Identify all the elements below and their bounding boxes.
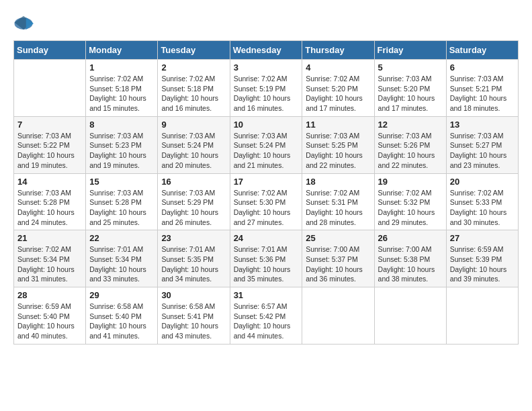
calendar-cell: 8Sunrise: 7:03 AMSunset: 5:23 PMDaylight…: [86, 116, 158, 173]
header-friday: Friday: [374, 41, 446, 60]
day-info: Sunrise: 7:02 AMSunset: 5:20 PMDaylight:…: [306, 74, 370, 113]
day-number: 3: [234, 62, 299, 73]
calendar-week-5: 28Sunrise: 6:59 AMSunset: 5:40 PMDayligh…: [14, 287, 519, 345]
day-info: Sunrise: 7:02 AMSunset: 5:34 PMDaylight:…: [17, 244, 82, 284]
calendar-cell: [302, 287, 374, 345]
day-number: 27: [450, 233, 515, 243]
day-info: Sunrise: 7:03 AMSunset: 5:21 PMDaylight:…: [450, 74, 515, 113]
day-number: 7: [17, 120, 82, 130]
calendar-week-2: 7Sunrise: 7:03 AMSunset: 5:22 PMDaylight…: [14, 116, 519, 173]
calendar-cell: 17Sunrise: 7:02 AMSunset: 5:30 PMDayligh…: [230, 173, 302, 230]
calendar-cell: 7Sunrise: 7:03 AMSunset: 5:22 PMDaylight…: [14, 116, 86, 173]
day-info: Sunrise: 7:02 AMSunset: 5:33 PMDaylight:…: [450, 188, 515, 228]
day-info: Sunrise: 7:01 AMSunset: 5:36 PMDaylight:…: [234, 244, 299, 284]
day-info: Sunrise: 7:02 AMSunset: 5:19 PMDaylight:…: [234, 74, 299, 113]
day-number: 9: [161, 120, 226, 130]
calendar-cell: 10Sunrise: 7:03 AMSunset: 5:24 PMDayligh…: [230, 116, 302, 173]
calendar-cell: 16Sunrise: 7:03 AMSunset: 5:29 PMDayligh…: [158, 173, 230, 230]
day-number: 26: [378, 233, 443, 243]
day-info: Sunrise: 7:03 AMSunset: 5:22 PMDaylight:…: [17, 131, 82, 171]
calendar-cell: 25Sunrise: 7:00 AMSunset: 5:37 PMDayligh…: [302, 230, 374, 287]
header-tuesday: Tuesday: [158, 41, 230, 60]
calendar-cell: 27Sunrise: 6:59 AMSunset: 5:39 PMDayligh…: [446, 230, 518, 287]
day-number: 22: [89, 233, 154, 243]
day-number: 16: [161, 177, 226, 187]
day-number: 21: [17, 233, 82, 243]
calendar-header-row: SundayMondayTuesdayWednesdayThursdayFrid…: [14, 41, 519, 60]
day-number: 15: [89, 177, 154, 187]
calendar-cell: 23Sunrise: 7:01 AMSunset: 5:35 PMDayligh…: [158, 230, 230, 287]
calendar-cell: 6Sunrise: 7:03 AMSunset: 5:21 PMDaylight…: [446, 60, 518, 117]
page-header: [13, 13, 519, 34]
day-info: Sunrise: 7:01 AMSunset: 5:34 PMDaylight:…: [89, 244, 154, 284]
calendar-week-4: 21Sunrise: 7:02 AMSunset: 5:34 PMDayligh…: [14, 230, 519, 287]
calendar-cell: 1Sunrise: 7:02 AMSunset: 5:18 PMDaylight…: [86, 60, 158, 117]
header-monday: Monday: [86, 41, 158, 60]
calendar-cell: 11Sunrise: 7:03 AMSunset: 5:25 PMDayligh…: [302, 116, 374, 173]
day-info: Sunrise: 7:03 AMSunset: 5:28 PMDaylight:…: [89, 188, 154, 228]
day-number: 23: [161, 233, 226, 243]
day-info: Sunrise: 6:58 AMSunset: 5:41 PMDaylight:…: [161, 302, 226, 341]
day-info: Sunrise: 6:57 AMSunset: 5:42 PMDaylight:…: [234, 302, 299, 341]
day-number: 20: [450, 177, 515, 187]
calendar-cell: 3Sunrise: 7:02 AMSunset: 5:19 PMDaylight…: [230, 60, 302, 117]
day-number: 5: [378, 62, 443, 73]
calendar-cell: 21Sunrise: 7:02 AMSunset: 5:34 PMDayligh…: [14, 230, 86, 287]
day-info: Sunrise: 6:59 AMSunset: 5:39 PMDaylight:…: [450, 244, 515, 284]
calendar-cell: 9Sunrise: 7:03 AMSunset: 5:24 PMDaylight…: [158, 116, 230, 173]
day-info: Sunrise: 7:02 AMSunset: 5:18 PMDaylight:…: [89, 74, 154, 113]
day-info: Sunrise: 7:03 AMSunset: 5:24 PMDaylight:…: [234, 131, 299, 171]
day-number: 18: [306, 177, 370, 187]
calendar-cell: [14, 60, 86, 117]
day-number: 10: [234, 120, 299, 130]
calendar-week-1: 1Sunrise: 7:02 AMSunset: 5:18 PMDaylight…: [14, 60, 519, 117]
day-info: Sunrise: 7:03 AMSunset: 5:24 PMDaylight:…: [161, 131, 226, 171]
calendar-cell: 28Sunrise: 6:59 AMSunset: 5:40 PMDayligh…: [14, 287, 86, 345]
calendar-cell: [374, 287, 446, 345]
calendar-cell: 2Sunrise: 7:02 AMSunset: 5:18 PMDaylight…: [158, 60, 230, 117]
day-info: Sunrise: 7:03 AMSunset: 5:29 PMDaylight:…: [161, 188, 226, 228]
header-wednesday: Wednesday: [230, 41, 302, 60]
calendar-cell: 31Sunrise: 6:57 AMSunset: 5:42 PMDayligh…: [230, 287, 302, 345]
day-info: Sunrise: 6:59 AMSunset: 5:40 PMDaylight:…: [17, 302, 82, 341]
day-number: 24: [234, 233, 299, 243]
day-number: 28: [17, 290, 82, 300]
day-info: Sunrise: 7:02 AMSunset: 5:32 PMDaylight:…: [378, 188, 443, 228]
day-number: 13: [450, 120, 515, 130]
day-info: Sunrise: 7:00 AMSunset: 5:37 PMDaylight:…: [306, 244, 370, 284]
day-info: Sunrise: 7:02 AMSunset: 5:30 PMDaylight:…: [234, 188, 299, 228]
calendar-cell: 22Sunrise: 7:01 AMSunset: 5:34 PMDayligh…: [86, 230, 158, 287]
day-info: Sunrise: 7:02 AMSunset: 5:31 PMDaylight:…: [306, 188, 370, 228]
header-saturday: Saturday: [446, 41, 518, 60]
day-info: Sunrise: 7:03 AMSunset: 5:23 PMDaylight:…: [89, 131, 154, 171]
calendar-cell: 12Sunrise: 7:03 AMSunset: 5:26 PMDayligh…: [374, 116, 446, 173]
calendar-cell: [446, 287, 518, 345]
day-info: Sunrise: 7:03 AMSunset: 5:28 PMDaylight:…: [17, 188, 82, 228]
calendar-cell: 19Sunrise: 7:02 AMSunset: 5:32 PMDayligh…: [374, 173, 446, 230]
calendar-cell: 18Sunrise: 7:02 AMSunset: 5:31 PMDayligh…: [302, 173, 374, 230]
calendar-cell: 26Sunrise: 7:00 AMSunset: 5:38 PMDayligh…: [374, 230, 446, 287]
calendar-week-3: 14Sunrise: 7:03 AMSunset: 5:28 PMDayligh…: [14, 173, 519, 230]
day-info: Sunrise: 7:00 AMSunset: 5:38 PMDaylight:…: [378, 244, 443, 284]
calendar-cell: 24Sunrise: 7:01 AMSunset: 5:36 PMDayligh…: [230, 230, 302, 287]
calendar-cell: 14Sunrise: 7:03 AMSunset: 5:28 PMDayligh…: [14, 173, 86, 230]
calendar-cell: 20Sunrise: 7:02 AMSunset: 5:33 PMDayligh…: [446, 173, 518, 230]
day-info: Sunrise: 7:03 AMSunset: 5:26 PMDaylight:…: [378, 131, 443, 171]
day-info: Sunrise: 7:03 AMSunset: 5:27 PMDaylight:…: [450, 131, 515, 171]
day-number: 12: [378, 120, 443, 130]
day-info: Sunrise: 7:01 AMSunset: 5:35 PMDaylight:…: [161, 244, 226, 284]
day-info: Sunrise: 6:58 AMSunset: 5:40 PMDaylight:…: [89, 302, 154, 341]
day-number: 6: [450, 62, 515, 73]
calendar-cell: 4Sunrise: 7:02 AMSunset: 5:20 PMDaylight…: [302, 60, 374, 117]
day-number: 17: [234, 177, 299, 187]
calendar-cell: 29Sunrise: 6:58 AMSunset: 5:40 PMDayligh…: [86, 287, 158, 345]
day-number: 25: [306, 233, 370, 243]
day-number: 29: [89, 290, 154, 300]
header-thursday: Thursday: [302, 41, 374, 60]
calendar-cell: 13Sunrise: 7:03 AMSunset: 5:27 PMDayligh…: [446, 116, 518, 173]
logo-icon: [13, 13, 34, 34]
calendar-table: SundayMondayTuesdayWednesdayThursdayFrid…: [13, 40, 519, 345]
day-number: 14: [17, 177, 82, 187]
calendar-cell: 30Sunrise: 6:58 AMSunset: 5:41 PMDayligh…: [158, 287, 230, 345]
calendar-cell: 5Sunrise: 7:03 AMSunset: 5:20 PMDaylight…: [374, 60, 446, 117]
